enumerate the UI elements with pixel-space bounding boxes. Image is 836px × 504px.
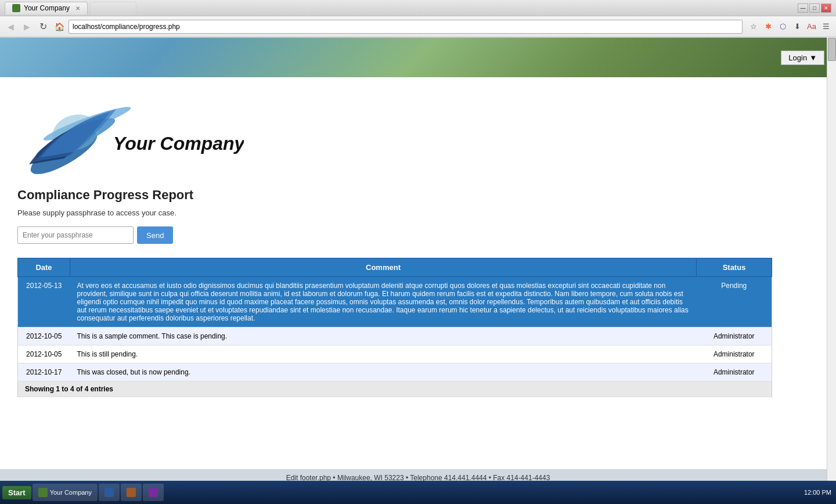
nav-bar: ◀ ▶ ↻ 🏠 ☆ ✱ ⬡ ⬇ Aa ☰	[0, 16, 836, 37]
home-button[interactable]: 🏠	[52, 20, 66, 34]
table-footer-row: Showing 1 to 4 of 4 entries	[18, 381, 772, 397]
maximize-button[interactable]: □	[809, 3, 820, 13]
tab-favicon	[12, 4, 20, 12]
main-content: Your Company Logo Compliance Progress Re…	[0, 77, 790, 409]
scrollbar[interactable]	[827, 37, 836, 409]
svg-text:Your Company Logo: Your Company Logo	[113, 133, 244, 154]
page-title: Compliance Progress Report	[17, 188, 772, 203]
table-footer-text: Showing 1 to 4 of 4 entries	[18, 381, 772, 397]
company-logo: Your Company Logo	[17, 89, 244, 176]
tab-title: Your Company	[24, 4, 70, 12]
new-tab-button[interactable]	[90, 2, 136, 15]
extension-icon-1[interactable]: ✱	[762, 20, 774, 33]
login-button[interactable]: Login ▼	[781, 51, 824, 65]
extension-icon-3[interactable]: ⬇	[791, 20, 803, 33]
cell-status: Administrator	[697, 363, 772, 381]
cell-date: 2012-10-05	[18, 327, 70, 345]
passphrase-form: Send	[17, 226, 772, 244]
address-bar[interactable]	[69, 20, 743, 34]
nav-icons: ☆ ✱ ⬡ ⬇ Aa ☰	[747, 20, 833, 33]
cell-comment: This is a sample comment. This case is p…	[70, 327, 697, 345]
logo-area: Your Company Logo	[17, 89, 772, 176]
page-subtitle: Please supply passphrase to access your …	[17, 208, 772, 217]
cell-status: Pending	[697, 277, 772, 327]
table-row: 2012-10-05This is a sample comment. This…	[18, 327, 772, 345]
title-bar: Your Company ✕ — □ ✕	[0, 0, 836, 16]
cell-comment: This is still pending.	[70, 345, 697, 363]
cell-status: Administrator	[697, 345, 772, 363]
cell-date: 2012-10-05	[18, 345, 70, 363]
cell-status: Administrator	[697, 327, 772, 345]
back-button[interactable]: ◀	[3, 20, 17, 34]
refresh-button[interactable]: ↻	[36, 20, 50, 34]
table-row: 2012-05-13At vero eos et accusamus et iu…	[18, 277, 772, 327]
column-header-date: Date	[18, 258, 70, 277]
passphrase-input[interactable]	[17, 226, 134, 244]
forward-button[interactable]: ▶	[20, 20, 34, 34]
page-header: Login ▼	[0, 38, 836, 77]
table-row: 2012-10-17This was closed, but is now pe…	[18, 363, 772, 381]
cell-comment: This was closed, but is now pending.	[70, 363, 697, 381]
extension-icon-4[interactable]: Aa	[805, 20, 818, 33]
extension-icon-2[interactable]: ⬡	[776, 20, 789, 33]
extension-icon-5[interactable]: ☰	[820, 20, 833, 33]
data-table: Date Comment Status 2012-05-13At vero eo…	[17, 258, 772, 397]
close-button[interactable]: ✕	[821, 3, 831, 13]
column-header-status: Status	[697, 258, 772, 277]
cell-date: 2012-05-13	[18, 277, 70, 327]
bookmark-icon[interactable]: ☆	[747, 20, 760, 33]
cell-date: 2012-10-17	[18, 363, 70, 381]
column-header-comment: Comment	[70, 258, 697, 277]
send-button[interactable]: Send	[137, 226, 173, 244]
login-arrow: ▼	[809, 53, 817, 62]
window-controls: — □ ✕	[798, 3, 831, 13]
table-header-row: Date Comment Status	[18, 258, 772, 277]
cell-comment: At vero eos et accusamus et iusto odio d…	[70, 277, 697, 327]
tab-close-button[interactable]: ✕	[75, 5, 80, 12]
login-label: Login	[788, 53, 807, 62]
browser-tab[interactable]: Your Company ✕	[5, 2, 88, 15]
minimize-button[interactable]: —	[798, 3, 808, 13]
logo-container: Your Company Logo	[17, 89, 244, 176]
browser-chrome: Your Company ✕ — □ ✕ ◀ ▶ ↻ 🏠 ☆ ✱ ⬡ ⬇ Aa …	[0, 0, 836, 38]
table-row: 2012-10-05This is still pending.Administ…	[18, 345, 772, 363]
scrollbar-thumb[interactable]	[828, 38, 836, 61]
